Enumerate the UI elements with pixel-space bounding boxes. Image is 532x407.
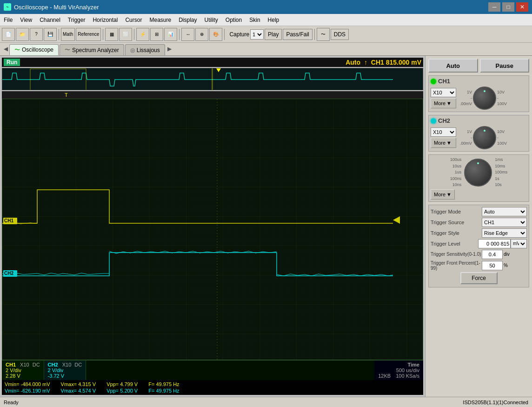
tab-spectrum[interactable]: 〜 Spectrum Analyzer [60,44,124,55]
app-icon: ~ [4,3,11,11]
trig-sensitivity-row: Trigger Sensitivity(0-1.0) div [431,250,527,259]
dds-button[interactable]: DDS [331,29,349,40]
menu-item-help[interactable]: Help [264,15,283,25]
menu-item-measure[interactable]: Measure [146,15,175,25]
ch-color-btn[interactable]: 🎨 [209,28,222,41]
capture-select[interactable]: 1 [250,29,264,40]
tab-nav-right[interactable]: ▶ [166,42,173,55]
waveform-btn-1[interactable]: ▦ [105,28,118,41]
math-button[interactable]: Math [61,28,75,41]
tab-oscilloscope[interactable]: 〜 Oscilloscope [9,44,59,55]
svg-rect-1 [212,68,213,90]
menu-item-channel[interactable]: Channel [36,15,64,25]
svg-text:CH1: CH1 [4,218,13,223]
ch1-offset: 2.28 V [6,373,40,379]
ch1-knob[interactable] [473,87,496,110]
timebase-knob[interactable] [464,159,492,187]
open-button[interactable]: 📁 [16,28,29,41]
trigger-style-select[interactable]: Rise EdgeFall EdgeBoth [482,228,527,238]
ch2-body: X10X1X100 More ▼ 1V - .00mV [431,126,527,149]
pause-button[interactable]: Pause [480,59,530,73]
wave-icon[interactable]: 〜 [317,28,330,41]
measure-btn[interactable]: 📊 [164,28,177,41]
time-scale: 500 us/div [378,367,419,373]
cursor-btn-2[interactable]: ⊕ [195,28,208,41]
ch1-probe-select[interactable]: X10X1X100 [431,88,456,97]
ch1-more-button[interactable]: More ▼ [431,98,456,108]
play-button[interactable]: Play [265,29,282,40]
main-content: Run Auto ↑ CH1 815.000 mV [0,56,532,397]
ch2-knob-dot [484,130,485,132]
ch1-body: X10X1X100 More ▼ 1V - .00mV [431,87,527,110]
waveform-btn-2[interactable]: ⬜ [119,28,132,41]
menu-item-file[interactable]: File [0,15,16,25]
maximize-button[interactable]: □ [502,2,514,12]
menu-item-skin[interactable]: Skin [246,15,264,25]
meas-ch1-freq: F= 49.975 Hz [148,381,179,387]
ch2-controls: X10X1X100 More ▼ [431,127,456,148]
menu-item-cursor[interactable]: Cursor [121,15,146,25]
trigger-mode-select[interactable]: AutoNormalSingle [482,207,527,216]
trig-mode-label: Trigger Mode [431,209,482,214]
menu-item-display[interactable]: Display [175,15,200,25]
overview-svg [2,68,423,90]
menu-bar: FileViewChannelTriggerHorizontalCursorMe… [0,14,532,26]
ch2-more-button[interactable]: More ▼ [431,138,456,148]
timebase-knob-dot [477,162,479,164]
ch2-section-label: CH2 [438,117,450,124]
ch1-probe: X10 [20,362,29,367]
help-button[interactable]: ? [30,28,43,41]
meas-ch1-line: Vmin= -484.000 mV Vmax= 4.315 V Vpp= 4.7… [5,381,420,387]
ch1-volt-row: 1V - .00mV 10V - 100V [460,87,507,110]
menu-item-utility[interactable]: Utility [201,15,222,25]
time-info-block: Time 500 us/div 12KB 100 KSa/s [374,360,423,380]
close-button[interactable]: ✕ [516,2,528,12]
passfail-button[interactable]: Pass/Fail [283,29,312,40]
reference-button[interactable]: Reference [76,28,101,41]
meas-ch2-vpp: Vpp= 5.200 V [106,388,138,394]
auto-button[interactable]: Auto [428,59,478,73]
trigger-level-unit-select[interactable]: mVV [511,239,527,248]
scope-svg: CH1 CH2 [2,99,423,360]
capture-label: Capture [229,31,249,38]
toolbar-separator-1 [59,29,59,40]
menu-item-option[interactable]: Option [222,15,246,25]
svg-rect-6 [2,99,423,360]
force-button[interactable]: Force [460,272,498,284]
timebase-more-button[interactable]: More ▼ [431,189,455,200]
save-button[interactable]: 💾 [44,28,57,41]
new-button[interactable]: 📄 [2,28,15,41]
ch2-knob[interactable] [473,126,496,149]
trigger-front-input[interactable] [482,261,503,270]
ch2-led [431,118,436,124]
trigger-level-input[interactable] [478,239,511,248]
tab-nav-left[interactable]: ◀ [2,42,9,55]
ch2-volt-right: 10V - 100V [497,129,507,147]
ch2-scale: 2 V/div [48,367,82,373]
ch1-led [431,79,436,84]
scope-wrapper[interactable]: CH1 CH2 [2,99,423,360]
overview-strip [2,68,423,90]
time-samples: 12KB 100 KSa/s [378,373,419,379]
ch1-header: CH1 [431,78,527,85]
meas-ch2-vmin: Vmin= -626.190 mV [5,388,50,394]
ch1-info-label: CH1 [6,362,16,367]
trig-front-unit: % [504,263,508,268]
trig-level-row: Trigger Level mVV [431,239,527,248]
trigger-sensitivity-input[interactable] [482,250,503,259]
menu-item-trigger[interactable]: Trigger [64,15,89,25]
trig-level-label: Trigger Level [431,241,478,247]
menu-item-view[interactable]: View [16,15,36,25]
trigger-source-select[interactable]: CH1CH2 [482,218,527,227]
ch2-probe: X10 [62,362,72,367]
tab-lissajous[interactable]: ◎ Lissajous [125,44,165,55]
meas-ch2-vmax: Vmax= 4.574 V [61,388,96,394]
trigger-section: Trigger Mode AutoNormalSingle Trigger So… [428,205,529,287]
minimize-button[interactable]: ─ [488,2,500,12]
grid-btn[interactable]: ⊞ [150,28,163,41]
meas-ch2-line: Vmin= -626.190 mV Vmax= 4.574 V Vpp= 5.2… [5,387,420,394]
cursor-btn-1[interactable]: ↔ [181,28,194,41]
ch2-probe-select[interactable]: X10X1X100 [431,127,456,137]
menu-item-horizontal[interactable]: Horizontal [89,15,121,25]
trigger-btn[interactable]: ⚡ [136,28,149,41]
